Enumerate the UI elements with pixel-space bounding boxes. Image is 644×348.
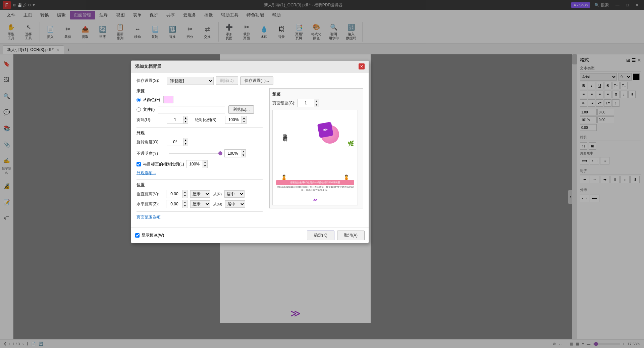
color-radio-row: 从颜色(F) [137,96,263,103]
preview-page-input[interactable] [298,99,314,107]
rotation-spin-arrows: ▲ ▼ [183,138,188,146]
col-right: 预览 页面预览(G): ▲ ▼ [269,88,363,223]
dialog-body: 保存设置(S): [未指定] 删除(D) 保存设置(T)... 来源 从颜色(F… [131,72,369,228]
relative-scale-row: 与目标页的相对比例(L) ▲ ▼ [137,160,263,168]
appearance-link[interactable]: 外观选项... [137,170,263,176]
horiz-from-select[interactable]: 居中 [225,200,245,208]
page-spin-up[interactable]: ▲ [183,116,188,120]
position-section: 位置 垂直距离(V): ▲ ▼ 厘米 从(R [137,182,263,208]
rotation-input[interactable] [167,138,183,146]
rel-scale-spin-down[interactable]: ▼ [203,164,207,168]
ok-button[interactable]: 确定(K) [307,231,334,240]
preview-welcome-text: 欢迎来到福昕 [282,130,288,134]
cancel-button[interactable]: 取消(A) [337,231,365,240]
vert-input[interactable] [166,190,182,198]
dialog-footer: 显示预览(W) 确定(K) 取消(A) [131,228,369,243]
horiz-spinner: ▲ ▼ [166,200,187,208]
col-left: 来源 从颜色(F) 文件(I) 浏览(E)... 页码(U): [137,88,263,223]
rotation-spin-up[interactable]: ▲ [183,138,188,142]
file-radio-row: 文件(I) 浏览(E)... [137,105,263,114]
horiz-input[interactable] [166,200,182,208]
preview-page-spin-arrows: ▲ ▼ [314,99,319,107]
vert-unit-select[interactable]: 厘米 [190,190,210,198]
opacity-row: 不透明度(Y) ▲ ▼ [137,149,263,157]
opacity-spinner: ▲ ▼ [224,149,246,157]
preview-banner: 感谢您如全球6.5亿用户一样信任福昕PDF编辑器 [276,180,354,185]
dialog-header: 添加文档背景 ✕ [131,61,369,72]
preview-app-icon: ✒ [317,122,334,138]
vert-row: 垂直距离(V): ▲ ▼ 厘米 从(R) [137,190,263,198]
rel-scale-spin-arrows: ▲ ▼ [203,160,207,168]
opacity-spin-up[interactable]: ▲ [241,150,246,153]
preview-page-row: 页面预览(G): ▲ ▼ [272,99,360,107]
preset-row: 保存设置(S): [未指定] 删除(D) 保存设置(T)... [137,77,363,85]
rotation-spinner: ▲ ▼ [167,138,188,146]
page-spin-arrows: ▲ ▼ [183,116,188,123]
horiz-unit-select[interactable]: 厘米 [190,200,210,208]
opacity-label: 不透明度(Y) [137,151,167,156]
source-section: 来源 从颜色(F) 文件(I) 浏览(E)... 页码(U): [137,88,263,124]
divider2 [137,179,263,180]
scale-label: 绝对比例(B): [195,117,225,123]
delete-preset-button[interactable]: 删除(D) [216,77,238,85]
vert-from-select[interactable]: 居中 [224,190,245,198]
page-range-link[interactable]: 页面范围选项 [137,215,161,219]
vert-spin-down[interactable]: ▼ [182,194,187,198]
scale-spin-down[interactable]: ▼ [241,120,246,123]
preview-title: 预览 [272,91,360,97]
preview-area: 预览 页面预览(G): ▲ ▼ [269,88,363,208]
preview-page-spin-down[interactable]: ▼ [314,103,319,107]
vert-spinner: ▲ ▼ [166,190,187,198]
file-path-input[interactable] [158,106,225,113]
rel-scale-input[interactable] [186,160,203,168]
dialog-close-button[interactable]: ✕ [359,63,365,69]
preview-page-spinner: ▲ ▼ [298,99,319,107]
scale-spin-up[interactable]: ▲ [241,116,246,120]
page-spinner: ▲ ▼ [167,116,188,124]
rel-scale-spinner: ▲ ▼ [186,160,208,168]
horiz-spin-down[interactable]: ▼ [182,204,187,208]
preview-page-label: 页面预览(G): [272,100,296,106]
preview-page-spin-up[interactable]: ▲ [314,99,319,103]
scale-input[interactable] [225,116,241,123]
appearance-link-text[interactable]: 外观选项... [137,170,156,175]
color-radio-label: 从颜色(F) [143,97,160,103]
opacity-spin-arrows: ▲ ▼ [241,150,246,157]
file-radio[interactable] [137,107,141,112]
add-background-dialog: 添加文档背景 ✕ 保存设置(S): [未指定] 删除(D) 保存设置(T)...… [131,60,369,243]
relative-scale-checkbox[interactable] [137,162,141,166]
show-preview-label: 显示预览(W) [142,233,164,238]
scale-spinner: ▲ ▼ [225,116,247,124]
divider3 [137,211,263,212]
outer-section: 外观 旋转角度(O): ▲ ▼ 不透明度(Y) [137,130,263,176]
relative-scale-label: 与目标页的相对比例(L) [143,161,184,167]
preview-desc: 使用福昕编辑器可以随时随在日常工作生活活，快速解决PDF文档方面的问题，提高工作… [276,186,354,192]
vert-spin-up[interactable]: ▲ [182,190,187,194]
opacity-spin-down[interactable]: ▼ [241,153,246,157]
preview-bottom-chevron: ≫ [313,197,318,202]
vert-from-label: 从(R) [213,192,222,197]
preview-canvas: ✒ 欢迎来到福昕 🧍 🧍 🌿 感谢您如全球6.5亿用户一样信任福昕PDF编辑器 … [272,110,358,205]
rel-scale-spin-up[interactable]: ▲ [203,160,207,164]
vert-label: 垂直距离(V): [137,191,163,197]
save-preset-button[interactable]: 保存设置(T)... [240,77,273,85]
preset-control: [未指定] 删除(D) 保存设置(T)... [167,77,363,85]
preset-select[interactable]: [未指定] [167,77,214,85]
divider1 [137,127,263,128]
rotation-spin-down[interactable]: ▼ [183,142,188,146]
opacity-slider[interactable] [169,153,222,154]
page-row: 页码(U): ▲ ▼ 绝对比例(B): [137,116,263,124]
horiz-label: 水平距离(Z): [137,201,163,207]
browse-button[interactable]: 浏览(E)... [228,105,254,114]
horiz-spin-up[interactable]: ▲ [182,200,187,204]
page-input[interactable] [167,116,183,123]
color-preview[interactable] [163,96,173,103]
opacity-input[interactable] [225,150,241,157]
preset-label: 保存设置(S): [137,78,167,84]
horiz-row: 水平距离(Z): ▲ ▼ 厘米 从(M) [137,200,263,208]
color-radio[interactable] [137,98,141,102]
footer-left: 显示预览(W) [135,233,164,238]
show-preview-checkbox[interactable] [135,233,140,238]
two-col-layout: 来源 从颜色(F) 文件(I) 浏览(E)... 页码(U): [137,88,363,223]
page-spin-down[interactable]: ▼ [183,120,188,123]
